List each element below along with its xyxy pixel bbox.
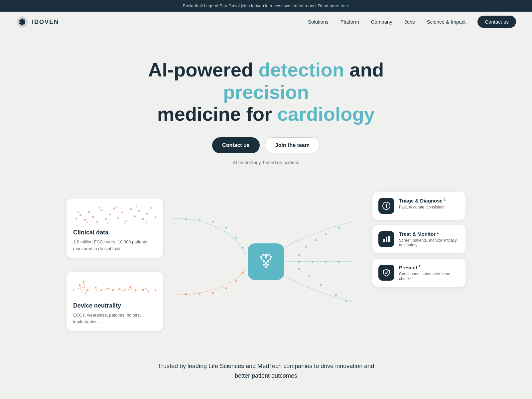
svg-point-65 bbox=[87, 289, 89, 291]
svg-point-69 bbox=[112, 289, 114, 291]
svg-point-18 bbox=[235, 280, 237, 282]
nav-platform[interactable]: Platform bbox=[340, 19, 359, 25]
svg-rect-96 bbox=[386, 237, 387, 242]
device-neutrality-card: Device neutrality ECGs, wearables, patch… bbox=[66, 272, 163, 331]
svg-point-30 bbox=[308, 275, 310, 277]
svg-point-53 bbox=[155, 216, 156, 218]
svg-point-27 bbox=[325, 261, 327, 263]
svg-point-89 bbox=[265, 266, 267, 268]
svg-point-60 bbox=[136, 206, 137, 207]
svg-point-80 bbox=[260, 256, 262, 258]
device-card-title: Device neutrality bbox=[73, 302, 156, 309]
svg-point-94 bbox=[386, 207, 387, 208]
logo-icon bbox=[16, 16, 29, 28]
svg-point-79 bbox=[261, 258, 263, 260]
svg-point-24 bbox=[338, 227, 340, 229]
svg-point-54 bbox=[77, 211, 79, 213]
hero-accent-detection: detection bbox=[258, 59, 344, 80]
svg-point-25 bbox=[298, 261, 300, 263]
shield-icon bbox=[382, 268, 391, 277]
svg-point-10 bbox=[212, 221, 214, 223]
svg-point-7 bbox=[21, 21, 24, 23]
join-team-button[interactable]: Join the team bbox=[265, 137, 320, 153]
svg-point-31 bbox=[320, 284, 322, 286]
nav-company[interactable]: Company bbox=[371, 19, 392, 25]
nav-contact-button[interactable]: Contact us bbox=[477, 16, 516, 28]
svg-point-67 bbox=[101, 289, 102, 291]
svg-point-50 bbox=[142, 218, 144, 220]
svg-point-22 bbox=[315, 239, 317, 241]
svg-point-63 bbox=[79, 284, 81, 286]
navbar: IDOVEN Solutions Platform Company Jobs S… bbox=[0, 12, 532, 32]
hero-heading-part1: AI-powered bbox=[148, 59, 259, 80]
hero-accent-precision: precision bbox=[223, 81, 309, 103]
contact-us-button[interactable]: Contact us bbox=[212, 137, 260, 153]
svg-point-49 bbox=[138, 210, 140, 212]
announcement-banner: Basketball Legend Pau Gasol joins Idoven… bbox=[0, 0, 532, 12]
svg-point-91 bbox=[267, 264, 269, 266]
svg-point-76 bbox=[155, 289, 157, 291]
nav-science[interactable]: Science & Impact bbox=[427, 19, 466, 25]
svg-point-42 bbox=[109, 213, 111, 215]
hero-heading-part2: and bbox=[344, 59, 384, 80]
svg-point-72 bbox=[130, 286, 131, 288]
banner-link[interactable]: here bbox=[340, 3, 349, 8]
shield-icon-wrapper bbox=[378, 265, 394, 281]
svg-point-87 bbox=[269, 258, 271, 260]
hero-accent-cardiology: cardiology bbox=[277, 103, 375, 125]
clinical-card-title: Clinical data bbox=[73, 229, 156, 236]
svg-point-32 bbox=[335, 294, 337, 296]
svg-point-38 bbox=[92, 216, 94, 218]
svg-point-70 bbox=[119, 288, 121, 290]
svg-rect-95 bbox=[383, 239, 385, 242]
svg-point-17 bbox=[225, 287, 227, 289]
right-cards: Triage & Diagnose 1 Fast, accurate, cons… bbox=[372, 192, 466, 287]
svg-point-20 bbox=[298, 254, 300, 256]
svg-point-15 bbox=[199, 293, 200, 295]
svg-point-43 bbox=[113, 207, 115, 209]
prevent-card-title: Prevent 1 bbox=[399, 265, 460, 270]
hero-heading: AI-powered detection and precision medic… bbox=[133, 59, 399, 125]
svg-point-9 bbox=[199, 219, 200, 221]
svg-rect-97 bbox=[388, 236, 390, 242]
logo-link[interactable]: IDOVEN bbox=[16, 16, 59, 28]
hero-tagline: AI technology, based on science bbox=[7, 160, 525, 165]
center-heart-icon bbox=[248, 243, 284, 280]
svg-point-8 bbox=[185, 218, 187, 220]
svg-point-83 bbox=[265, 256, 267, 259]
clinical-data-card: Clinical data 1.2 million ECG hours, 10,… bbox=[66, 199, 163, 258]
svg-point-39 bbox=[96, 221, 98, 223]
svg-point-86 bbox=[270, 256, 272, 258]
svg-point-68 bbox=[107, 288, 109, 289]
svg-point-66 bbox=[95, 287, 97, 289]
svg-point-45 bbox=[121, 211, 123, 213]
svg-point-36 bbox=[84, 219, 86, 221]
banner-text: Basketball Legend Pau Gasol joins Idoven… bbox=[183, 3, 341, 8]
svg-point-90 bbox=[263, 264, 265, 266]
svg-point-37 bbox=[88, 211, 90, 213]
svg-point-41 bbox=[105, 218, 107, 220]
svg-point-84 bbox=[266, 254, 268, 256]
alert-icon-wrapper bbox=[378, 198, 394, 214]
svg-point-21 bbox=[305, 246, 307, 248]
prevent-card-desc: Continuous, automated heart checks bbox=[399, 272, 460, 281]
prevent-card: Prevent 1 Continuous, automated heart ch… bbox=[372, 259, 466, 287]
logo-text: IDOVEN bbox=[32, 19, 59, 26]
svg-point-34 bbox=[75, 217, 77, 219]
nav-solutions[interactable]: Solutions bbox=[308, 19, 329, 25]
svg-point-40 bbox=[100, 209, 102, 211]
nav-jobs[interactable]: Jobs bbox=[404, 19, 415, 25]
svg-point-23 bbox=[325, 233, 327, 235]
svg-point-48 bbox=[134, 215, 136, 217]
svg-point-74 bbox=[142, 289, 144, 291]
svg-point-13 bbox=[242, 247, 244, 249]
trusted-section: Trusted by leading Life Sciences and Med… bbox=[150, 335, 382, 394]
svg-point-88 bbox=[267, 260, 270, 263]
svg-point-61 bbox=[146, 222, 147, 223]
triage-card-title: Triage & Diagnose 1 bbox=[399, 198, 446, 203]
svg-point-58 bbox=[116, 206, 117, 208]
bar-chart-icon bbox=[382, 235, 391, 243]
svg-point-14 bbox=[185, 293, 187, 295]
clinical-dot-pattern bbox=[73, 205, 156, 224]
monitor-card-title: Treat & Monitor 1 bbox=[399, 231, 460, 237]
